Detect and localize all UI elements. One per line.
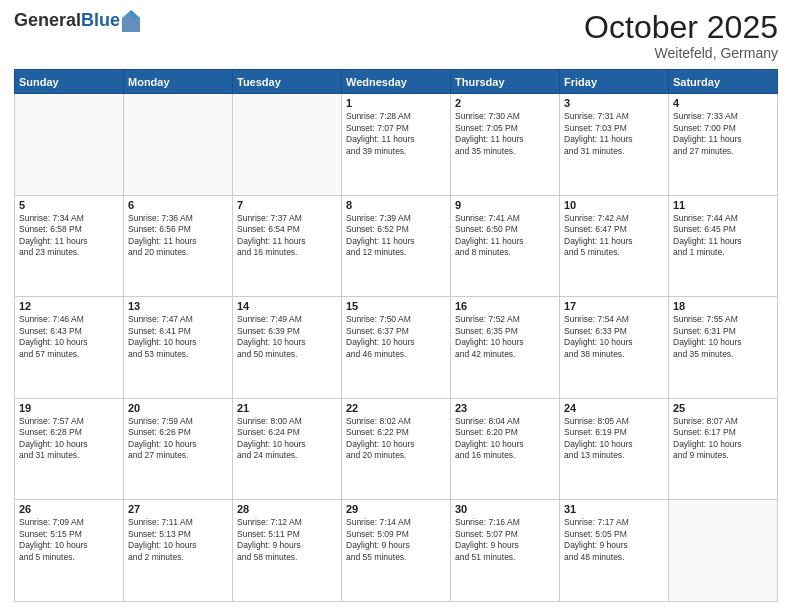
cell-line: Sunset: 6:54 PM [237, 224, 337, 235]
cell-line: and 23 minutes. [19, 247, 119, 258]
cell-line: Sunrise: 8:07 AM [673, 416, 773, 427]
cell-line: Daylight: 11 hours [455, 134, 555, 145]
cell-line: and 24 minutes. [237, 450, 337, 461]
cell-line: Sunset: 6:20 PM [455, 427, 555, 438]
calendar-cell: 16Sunrise: 7:52 AMSunset: 6:35 PMDayligh… [451, 297, 560, 399]
cell-line: and 46 minutes. [346, 349, 446, 360]
day-number: 7 [237, 199, 337, 211]
cell-line: Sunrise: 8:04 AM [455, 416, 555, 427]
cell-line: Daylight: 9 hours [237, 540, 337, 551]
day-header-monday: Monday [124, 70, 233, 94]
page: GeneralBlue October 2025 Weitefeld, Germ… [0, 0, 792, 612]
cell-line: and 27 minutes. [673, 146, 773, 157]
day-number: 23 [455, 402, 555, 414]
cell-line: Sunset: 6:56 PM [128, 224, 228, 235]
cell-line: and 27 minutes. [128, 450, 228, 461]
cell-line: Sunset: 7:00 PM [673, 123, 773, 134]
calendar-table: SundayMondayTuesdayWednesdayThursdayFrid… [14, 69, 778, 602]
day-number: 29 [346, 503, 446, 515]
calendar-cell: 19Sunrise: 7:57 AMSunset: 6:28 PMDayligh… [15, 398, 124, 500]
cell-line: Daylight: 11 hours [128, 236, 228, 247]
day-number: 31 [564, 503, 664, 515]
cell-line: Daylight: 11 hours [673, 134, 773, 145]
calendar-cell: 13Sunrise: 7:47 AMSunset: 6:41 PMDayligh… [124, 297, 233, 399]
day-number: 13 [128, 300, 228, 312]
cell-line: Sunrise: 7:12 AM [237, 517, 337, 528]
day-number: 22 [346, 402, 446, 414]
cell-line: and 53 minutes. [128, 349, 228, 360]
calendar-cell: 21Sunrise: 8:00 AMSunset: 6:24 PMDayligh… [233, 398, 342, 500]
cell-line: and 12 minutes. [346, 247, 446, 258]
cell-line: and 5 minutes. [19, 552, 119, 563]
cell-line: Sunrise: 8:00 AM [237, 416, 337, 427]
cell-line: Sunset: 6:58 PM [19, 224, 119, 235]
day-number: 10 [564, 199, 664, 211]
cell-line: and 48 minutes. [564, 552, 664, 563]
cell-line: Daylight: 10 hours [455, 337, 555, 348]
cell-line: Sunrise: 7:37 AM [237, 213, 337, 224]
day-number: 9 [455, 199, 555, 211]
cell-line: Sunset: 6:28 PM [19, 427, 119, 438]
cell-line: Daylight: 10 hours [128, 337, 228, 348]
cell-line: and 5 minutes. [564, 247, 664, 258]
cell-line: and 31 minutes. [19, 450, 119, 461]
cell-line: Sunset: 5:11 PM [237, 529, 337, 540]
cell-line: and 51 minutes. [455, 552, 555, 563]
cell-line: Daylight: 10 hours [346, 337, 446, 348]
day-number: 6 [128, 199, 228, 211]
calendar-cell: 5Sunrise: 7:34 AMSunset: 6:58 PMDaylight… [15, 195, 124, 297]
cell-line: Sunrise: 7:28 AM [346, 111, 446, 122]
day-number: 21 [237, 402, 337, 414]
cell-line: Sunrise: 8:05 AM [564, 416, 664, 427]
day-number: 11 [673, 199, 773, 211]
cell-line: Sunset: 6:47 PM [564, 224, 664, 235]
month-title: October 2025 [584, 10, 778, 45]
cell-line: Sunset: 6:19 PM [564, 427, 664, 438]
calendar-cell: 30Sunrise: 7:16 AMSunset: 5:07 PMDayligh… [451, 500, 560, 602]
calendar-cell: 17Sunrise: 7:54 AMSunset: 6:33 PMDayligh… [560, 297, 669, 399]
cell-line: Sunset: 6:33 PM [564, 326, 664, 337]
cell-line: Daylight: 10 hours [19, 337, 119, 348]
calendar-cell: 6Sunrise: 7:36 AMSunset: 6:56 PMDaylight… [124, 195, 233, 297]
logo-general-text: GeneralBlue [14, 11, 120, 31]
calendar-cell [669, 500, 778, 602]
calendar-cell: 23Sunrise: 8:04 AMSunset: 6:20 PMDayligh… [451, 398, 560, 500]
cell-line: Daylight: 10 hours [19, 439, 119, 450]
day-header-wednesday: Wednesday [342, 70, 451, 94]
calendar-week-2: 5Sunrise: 7:34 AMSunset: 6:58 PMDaylight… [15, 195, 778, 297]
location-subtitle: Weitefeld, Germany [584, 45, 778, 61]
day-number: 15 [346, 300, 446, 312]
cell-line: Daylight: 10 hours [673, 337, 773, 348]
day-number: 28 [237, 503, 337, 515]
calendar-cell [124, 94, 233, 196]
day-number: 2 [455, 97, 555, 109]
cell-line: Sunrise: 7:46 AM [19, 314, 119, 325]
calendar-cell: 31Sunrise: 7:17 AMSunset: 5:05 PMDayligh… [560, 500, 669, 602]
calendar-cell: 3Sunrise: 7:31 AMSunset: 7:03 PMDaylight… [560, 94, 669, 196]
cell-line: and 16 minutes. [455, 450, 555, 461]
cell-line: Daylight: 11 hours [346, 134, 446, 145]
cell-line: and 9 minutes. [673, 450, 773, 461]
cell-line: Sunrise: 7:34 AM [19, 213, 119, 224]
day-number: 24 [564, 402, 664, 414]
calendar-cell: 26Sunrise: 7:09 AMSunset: 5:15 PMDayligh… [15, 500, 124, 602]
day-number: 1 [346, 97, 446, 109]
cell-line: Daylight: 10 hours [237, 439, 337, 450]
cell-line: Daylight: 11 hours [19, 236, 119, 247]
cell-line: Daylight: 10 hours [564, 337, 664, 348]
cell-line: Sunrise: 8:02 AM [346, 416, 446, 427]
cell-line: and 50 minutes. [237, 349, 337, 360]
day-number: 20 [128, 402, 228, 414]
cell-line: Sunrise: 7:16 AM [455, 517, 555, 528]
cell-line: and 1 minute. [673, 247, 773, 258]
cell-line: and 42 minutes. [455, 349, 555, 360]
cell-line: Sunrise: 7:59 AM [128, 416, 228, 427]
cell-line: Sunrise: 7:09 AM [19, 517, 119, 528]
cell-line: Sunset: 6:31 PM [673, 326, 773, 337]
cell-line: and 35 minutes. [673, 349, 773, 360]
cell-line: and 20 minutes. [346, 450, 446, 461]
cell-line: Daylight: 10 hours [564, 439, 664, 450]
calendar-cell [15, 94, 124, 196]
calendar-cell: 12Sunrise: 7:46 AMSunset: 6:43 PMDayligh… [15, 297, 124, 399]
cell-line: Sunset: 5:15 PM [19, 529, 119, 540]
